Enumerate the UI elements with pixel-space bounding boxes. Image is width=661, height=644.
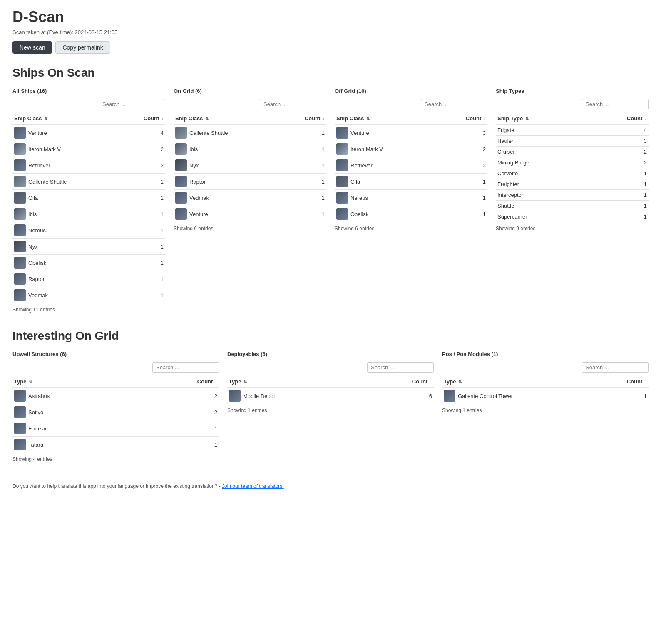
ship-name-cell: Iteron Mark V	[12, 141, 120, 157]
table-row: Mobile Depot 6	[227, 388, 434, 404]
ship-name-cell: Nereus	[12, 222, 120, 239]
type-name-cell: Interceptor	[496, 190, 588, 201]
ship-name-label: Venture	[28, 130, 47, 136]
ship-name-cell: Venture	[12, 124, 120, 141]
count-cell: 1	[120, 239, 165, 255]
all-ships-search[interactable]	[99, 99, 165, 109]
ship-types-table: Ship Type ⇅ Count ↓ Frigate 4 Hauler 3 C…	[496, 113, 649, 222]
table-row: Obelisk 1	[335, 206, 487, 222]
table-row: Obelisk 1	[12, 255, 165, 271]
deployables-search[interactable]	[367, 362, 434, 373]
count-cell: 1	[120, 174, 165, 190]
upwell-col-type[interactable]: Type ⇅	[12, 376, 142, 388]
table-row: Venture 1	[174, 206, 326, 222]
count-cell: 1	[120, 271, 165, 287]
table-row: Shuttle 1	[496, 201, 649, 211]
ship-icon	[14, 390, 26, 402]
table-row: Vedmak 1	[174, 190, 326, 206]
ship-icon	[336, 192, 348, 204]
ship-icon	[336, 208, 348, 220]
ship-name-cell: Gallente Shuttle	[12, 174, 120, 190]
count-cell: 2	[588, 147, 649, 157]
count-cell: 1	[281, 141, 326, 157]
table-row: Interceptor 1	[496, 190, 649, 201]
ship-name-label: Iteron Mark V	[350, 146, 383, 152]
ship-name-cell: Gila	[335, 174, 439, 190]
ship-icon	[175, 208, 187, 220]
count-cell: 1	[142, 420, 219, 437]
new-scan-button[interactable]: New scan	[12, 41, 52, 54]
pos-col-count[interactable]: Count ↓	[598, 376, 649, 388]
ship-name-label: Nereus	[350, 195, 368, 201]
ship-name-label: Sotiyo	[28, 409, 43, 415]
deployables-col-type[interactable]: Type ⇅	[227, 376, 368, 388]
count-cell: 1	[120, 222, 165, 239]
off-grid-panel: Off Grid (10) Ship Class ⇅ Count ↓ Ventu…	[335, 88, 487, 313]
ship-name-cell: Obelisk	[12, 255, 120, 271]
ship-icon	[444, 390, 455, 402]
table-row: Hauler 3	[496, 136, 649, 147]
upwell-search[interactable]	[152, 362, 219, 373]
ship-name-label: Ibis	[189, 146, 198, 152]
off-grid-col-count[interactable]: Count ↓	[439, 113, 487, 124]
ship-name-cell: Nyx	[174, 157, 281, 174]
upwell-col-count[interactable]: Count ↓	[142, 376, 219, 388]
on-grid-col-class[interactable]: Ship Class ⇅	[174, 113, 281, 124]
ship-name-cell: Gallente Shuttle	[174, 124, 281, 141]
ship-icon	[336, 176, 348, 187]
footer: Do you want to help translate this app i…	[12, 479, 649, 489]
ship-types-col-count[interactable]: Count ↓	[588, 113, 649, 124]
table-row: Astrahus 2	[12, 388, 219, 404]
ship-icon	[336, 143, 348, 155]
all-ships-col-count[interactable]: Count ↓	[120, 113, 165, 124]
copy-permalink-button[interactable]: Copy permalink	[55, 41, 110, 54]
ship-types-col-type[interactable]: Ship Type ⇅	[496, 113, 588, 124]
all-ships-table: Ship Class ⇅ Count ↓ Venture 4	[12, 113, 165, 303]
count-cell: 1	[120, 206, 165, 222]
ship-icon	[14, 273, 26, 285]
ship-name-cell: Venture	[174, 206, 281, 222]
ship-name-label: Astrahus	[28, 393, 50, 399]
on-grid-showing: Showing 6 entries	[174, 226, 326, 231]
pos-col-type[interactable]: Type ⇅	[442, 376, 598, 388]
off-grid-search[interactable]	[421, 99, 487, 109]
upwell-panel: Upwell Structures (6) Type ⇅ Count ↓ Ast…	[12, 351, 219, 462]
table-row: Gallente Control Tower 1	[442, 388, 649, 404]
ship-types-search[interactable]	[582, 99, 649, 109]
table-row: Ibis 1	[12, 206, 165, 222]
on-grid-search[interactable]	[260, 99, 326, 109]
ship-name-cell: Nyx	[12, 239, 120, 255]
all-ships-col-class[interactable]: Ship Class ⇅	[12, 113, 120, 124]
table-row: Gallente Shuttle 1	[174, 124, 326, 141]
upwell-showing: Showing 4 entries	[12, 456, 219, 462]
count-cell: 2	[439, 157, 487, 174]
ship-name-label: Gallente Control Tower	[458, 393, 513, 399]
count-cell: 1	[142, 437, 219, 453]
ship-types-showing: Showing 9 entries	[496, 226, 649, 231]
table-row: Nereus 1	[12, 222, 165, 239]
table-row: Iteron Mark V 2	[12, 141, 165, 157]
type-name-cell: Freighter	[496, 179, 588, 190]
ship-name-label: Retriever	[350, 162, 373, 169]
on-grid-label: On Grid (6)	[174, 88, 326, 94]
table-row: Tatara 1	[12, 437, 219, 453]
deployables-col-count[interactable]: Count ↓	[368, 376, 434, 388]
ship-name-cell: Raptor	[12, 271, 120, 287]
on-grid-col-count[interactable]: Count ↓	[281, 113, 326, 124]
all-ships-panel: All Ships (16) Ship Class ⇅ Count ↓ Vent…	[12, 88, 165, 313]
count-cell: 2	[120, 141, 165, 157]
count-cell: 4	[588, 124, 649, 136]
count-cell: 1	[120, 255, 165, 271]
pos-table: Type ⇅ Count ↓ Gallente Control Tower 1	[442, 376, 649, 404]
on-grid-panel: On Grid (6) Ship Class ⇅ Count ↓ Gallent…	[174, 88, 326, 313]
on-grid-table: Ship Class ⇅ Count ↓ Gallente Shuttle 1	[174, 113, 326, 222]
pos-search[interactable]	[582, 362, 649, 373]
table-row: Fortizar 1	[12, 420, 219, 437]
off-grid-col-class[interactable]: Ship Class ⇅	[335, 113, 439, 124]
ship-name-label: Tatara	[28, 442, 43, 448]
count-cell: 1	[588, 190, 649, 201]
table-row: Retriever 2	[335, 157, 487, 174]
type-name-cell: Supercarrier	[496, 211, 588, 222]
footer-link[interactable]: Join our team of translators!	[222, 483, 284, 489]
pos-showing: Showing 1 entries	[442, 408, 649, 413]
